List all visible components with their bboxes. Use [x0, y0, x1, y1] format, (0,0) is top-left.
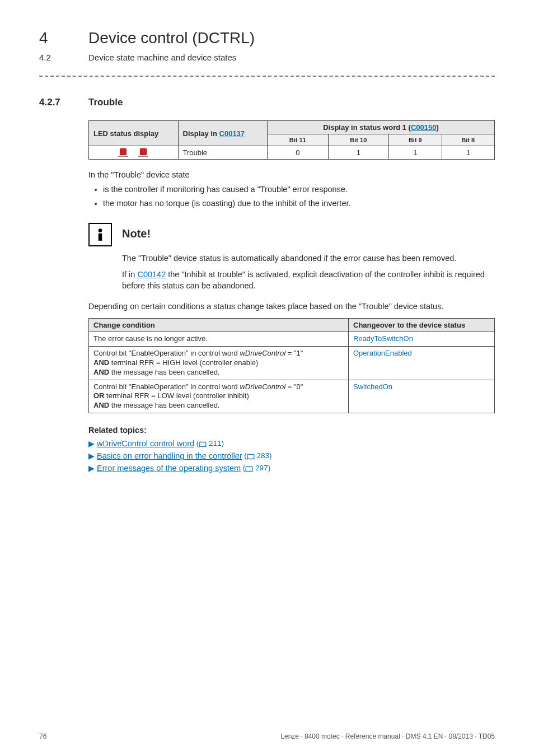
svg-point-0: [99, 228, 102, 232]
th-change-condition: Change condition: [89, 318, 349, 332]
cond-r3: Control bit "EnableOperation" in control…: [89, 380, 349, 413]
th-display-in: Display in C00137: [178, 121, 268, 146]
table-row: Control bit "EnableOperation" in control…: [89, 380, 495, 413]
note-p2: If in C00142 the "Inhibit at trouble" is…: [122, 269, 495, 291]
divider: [39, 76, 495, 77]
led-red-icon: [140, 148, 147, 155]
subsection-title: Trouble: [88, 97, 123, 108]
bit11-value: 0: [268, 146, 329, 160]
table-row: Trouble 0 1 1 1: [89, 146, 495, 160]
list-item: is the controller if monitoring has caus…: [103, 184, 495, 195]
note-block: Note!: [88, 223, 495, 246]
th-bit9: Bit 9: [389, 134, 442, 146]
list-item: ▶ Basics on error handling in the contro…: [88, 451, 495, 460]
cond-r1: The error cause is no longer active.: [89, 332, 349, 346]
chapter-number: 4: [39, 29, 88, 47]
led-red-icon: [120, 148, 127, 155]
bit9-value: 1: [389, 146, 442, 160]
led-cell: [89, 146, 179, 160]
th-led: LED status display: [89, 121, 179, 146]
th-bit8: Bit 8: [442, 134, 494, 146]
table-row: The error cause is no longer active. Rea…: [89, 332, 495, 346]
th-bit10: Bit 10: [328, 134, 389, 146]
link-c00150[interactable]: C00150: [411, 123, 437, 132]
link-c00142[interactable]: C00142: [137, 270, 166, 279]
list-item: ▶ Error messages of the operating system…: [88, 464, 495, 473]
subsection-number: 4.2.7: [39, 97, 88, 108]
state-name: Trouble: [178, 146, 268, 160]
th-bit11: Bit 11: [268, 134, 329, 146]
cond-r2: Control bit "EnableOperation" in control…: [89, 346, 349, 380]
footer-meta: Lenze · 8400 motec · Reference manual · …: [280, 732, 495, 740]
book-icon: [199, 440, 207, 448]
related-link-1[interactable]: Basics on error handling in the controll…: [97, 451, 242, 460]
book-icon: [247, 452, 255, 460]
page-ref[interactable]: 283: [257, 451, 270, 460]
link-switchedon[interactable]: SwitchedOn: [353, 382, 392, 391]
related-title: Related topics:: [88, 426, 495, 435]
related-link-0[interactable]: wDriveControl control word: [97, 439, 194, 448]
page-ref[interactable]: 211: [209, 439, 222, 447]
link-operationenabled[interactable]: OperationEnabled: [353, 349, 412, 357]
page-ref[interactable]: 297: [255, 464, 268, 472]
intro-para: In the "Trouble" device state: [88, 170, 495, 181]
arrow-icon: ▶: [88, 464, 95, 473]
related-list: ▶ wDriveControl control word ( 211) ▶ Ba…: [88, 439, 495, 473]
table-row: Control bit "EnableOperation" in control…: [89, 346, 495, 380]
th-changeover: Changeover to the device status: [349, 318, 495, 332]
between-para: Depending on certain conditions a status…: [88, 301, 495, 312]
bit8-value: 1: [442, 146, 494, 160]
info-icon: [88, 223, 112, 246]
note-p1: The "Trouble" device status is automatic…: [122, 253, 495, 264]
arrow-icon: ▶: [88, 439, 95, 448]
list-item: ▶ wDriveControl control word ( 211): [88, 439, 495, 448]
page-number: 76: [39, 732, 46, 740]
arrow-icon: ▶: [88, 451, 95, 460]
related-link-2[interactable]: Error messages of the operating system: [97, 464, 241, 473]
link-c00137[interactable]: C00137: [219, 129, 245, 138]
section-number: 4.2: [39, 53, 88, 62]
svg-rect-1: [99, 234, 102, 241]
chapter-title: Device control (DCTRL): [88, 29, 255, 47]
change-condition-table: Change condition Changeover to the devic…: [88, 318, 495, 413]
link-readytoswitchon[interactable]: ReadyToSwitchOn: [353, 334, 413, 343]
note-title: Note!: [122, 227, 151, 240]
bit10-value: 1: [328, 146, 389, 160]
page-footer: 76 Lenze · 8400 motec · Reference manual…: [39, 732, 495, 740]
list-item: the motor has no torque (is coasting) du…: [103, 198, 495, 209]
th-status-word: Display in status word 1 (C00150): [268, 121, 495, 134]
section-title: Device state machine and device states: [88, 53, 236, 62]
book-icon: [245, 464, 253, 473]
status-display-table: LED status display Display in C00137 Dis…: [88, 120, 495, 160]
